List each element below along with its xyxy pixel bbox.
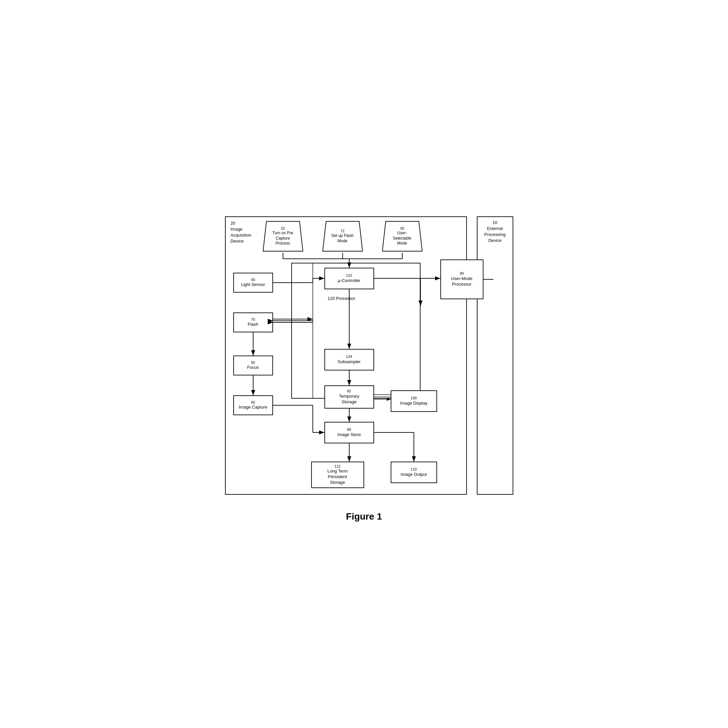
- image-capture-box: 60 Image Capture: [233, 395, 273, 415]
- external-processing-outer: [477, 216, 513, 495]
- image-store-box: 80 Image Store: [324, 422, 374, 444]
- user-selectable-trap: 30 User- Selectable Mode: [381, 220, 424, 253]
- processor-outer: [291, 263, 421, 399]
- subsampler-box: 124 Subsampler: [324, 349, 374, 370]
- user-mode-processor-box: 90 User-Mode Processor: [440, 260, 483, 299]
- temporary-storage-box: 82 Temporary Storage: [324, 385, 374, 408]
- image-output-box: 110 Image Output: [391, 462, 437, 483]
- focus-box: 50 Focus: [233, 356, 273, 375]
- image-display-box: 100 Image Display: [391, 390, 437, 412]
- pre-capture-trap: 32 Turn on Pre Capture Process: [262, 220, 304, 253]
- image-acquisition-label: 20 Image Acquisition Device: [231, 220, 251, 245]
- flash-box: 70 Flash: [233, 312, 273, 332]
- figure-title: Figure 1: [215, 511, 513, 522]
- page-container: 20 Image Acquisition Device 10 External …: [215, 206, 513, 522]
- flash-mode-trap: 72 Set up Flash Mode: [321, 220, 364, 253]
- light-sensor-box: 40 Light Sensor: [233, 273, 273, 292]
- long-term-storage-box: 112 Long Term Persistent Storage: [311, 462, 364, 488]
- external-processing-label: 10 External Processing Device: [479, 220, 512, 244]
- diagram-area: 20 Image Acquisition Device 10 External …: [215, 206, 513, 505]
